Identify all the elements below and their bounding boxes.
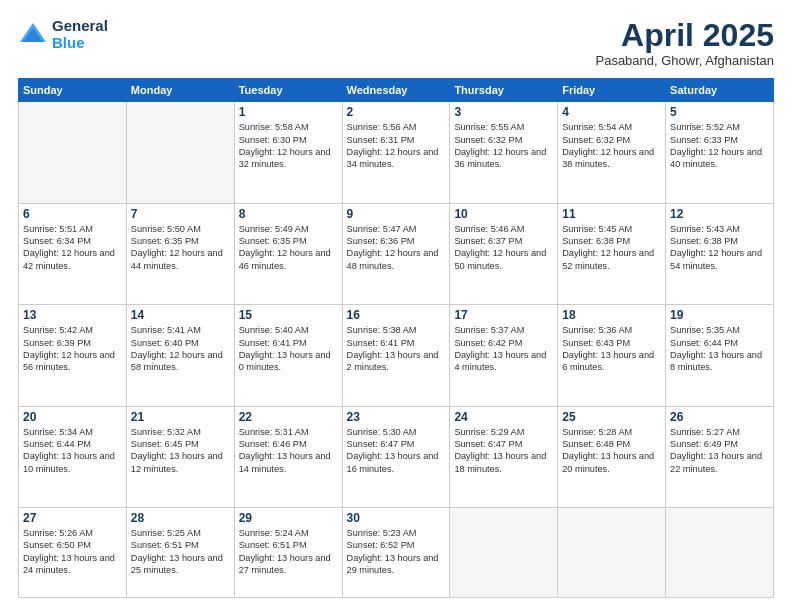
day-number: 11	[562, 207, 661, 221]
calendar-header-sunday: Sunday	[19, 79, 127, 102]
calendar-cell: 25Sunrise: 5:28 AMSunset: 6:48 PMDayligh…	[558, 406, 666, 507]
calendar-cell: 29Sunrise: 5:24 AMSunset: 6:51 PMDayligh…	[234, 508, 342, 598]
cell-details: Sunrise: 5:41 AMSunset: 6:40 PMDaylight:…	[131, 324, 230, 374]
calendar-cell: 10Sunrise: 5:46 AMSunset: 6:37 PMDayligh…	[450, 203, 558, 304]
day-number: 1	[239, 105, 338, 119]
logo-text: General Blue	[52, 18, 108, 51]
calendar-week-row: 6Sunrise: 5:51 AMSunset: 6:34 PMDaylight…	[19, 203, 774, 304]
logo-general: General	[52, 18, 108, 35]
cell-details: Sunrise: 5:55 AMSunset: 6:32 PMDaylight:…	[454, 121, 553, 171]
calendar-header-wednesday: Wednesday	[342, 79, 450, 102]
calendar-cell	[666, 508, 774, 598]
day-number: 13	[23, 308, 122, 322]
day-number: 23	[347, 410, 446, 424]
day-number: 28	[131, 511, 230, 525]
calendar-cell: 6Sunrise: 5:51 AMSunset: 6:34 PMDaylight…	[19, 203, 127, 304]
calendar-cell: 3Sunrise: 5:55 AMSunset: 6:32 PMDaylight…	[450, 102, 558, 203]
calendar-header-row: SundayMondayTuesdayWednesdayThursdayFrid…	[19, 79, 774, 102]
day-number: 8	[239, 207, 338, 221]
day-number: 15	[239, 308, 338, 322]
day-number: 14	[131, 308, 230, 322]
day-number: 9	[347, 207, 446, 221]
calendar-header-friday: Friday	[558, 79, 666, 102]
calendar-week-row: 13Sunrise: 5:42 AMSunset: 6:39 PMDayligh…	[19, 305, 774, 406]
cell-details: Sunrise: 5:36 AMSunset: 6:43 PMDaylight:…	[562, 324, 661, 374]
calendar-cell: 17Sunrise: 5:37 AMSunset: 6:42 PMDayligh…	[450, 305, 558, 406]
day-number: 16	[347, 308, 446, 322]
cell-details: Sunrise: 5:25 AMSunset: 6:51 PMDaylight:…	[131, 527, 230, 577]
calendar-cell: 14Sunrise: 5:41 AMSunset: 6:40 PMDayligh…	[126, 305, 234, 406]
calendar-header-thursday: Thursday	[450, 79, 558, 102]
logo: General Blue	[18, 18, 108, 51]
calendar-cell: 13Sunrise: 5:42 AMSunset: 6:39 PMDayligh…	[19, 305, 127, 406]
calendar-table: SundayMondayTuesdayWednesdayThursdayFrid…	[18, 78, 774, 598]
calendar-cell: 26Sunrise: 5:27 AMSunset: 6:49 PMDayligh…	[666, 406, 774, 507]
cell-details: Sunrise: 5:31 AMSunset: 6:46 PMDaylight:…	[239, 426, 338, 476]
calendar-cell: 22Sunrise: 5:31 AMSunset: 6:46 PMDayligh…	[234, 406, 342, 507]
calendar-cell: 2Sunrise: 5:56 AMSunset: 6:31 PMDaylight…	[342, 102, 450, 203]
day-number: 4	[562, 105, 661, 119]
month-title: April 2025	[595, 18, 774, 53]
cell-details: Sunrise: 5:37 AMSunset: 6:42 PMDaylight:…	[454, 324, 553, 374]
day-number: 20	[23, 410, 122, 424]
day-number: 17	[454, 308, 553, 322]
calendar-cell: 8Sunrise: 5:49 AMSunset: 6:35 PMDaylight…	[234, 203, 342, 304]
day-number: 22	[239, 410, 338, 424]
day-number: 25	[562, 410, 661, 424]
calendar-header-saturday: Saturday	[666, 79, 774, 102]
logo-blue: Blue	[52, 35, 108, 52]
title-block: April 2025 Pasaband, Ghowr, Afghanistan	[595, 18, 774, 68]
location: Pasaband, Ghowr, Afghanistan	[595, 53, 774, 68]
calendar-cell: 5Sunrise: 5:52 AMSunset: 6:33 PMDaylight…	[666, 102, 774, 203]
cell-details: Sunrise: 5:40 AMSunset: 6:41 PMDaylight:…	[239, 324, 338, 374]
calendar-cell: 4Sunrise: 5:54 AMSunset: 6:32 PMDaylight…	[558, 102, 666, 203]
cell-details: Sunrise: 5:24 AMSunset: 6:51 PMDaylight:…	[239, 527, 338, 577]
calendar-cell: 9Sunrise: 5:47 AMSunset: 6:36 PMDaylight…	[342, 203, 450, 304]
logo-icon	[18, 20, 48, 50]
cell-details: Sunrise: 5:45 AMSunset: 6:38 PMDaylight:…	[562, 223, 661, 273]
day-number: 6	[23, 207, 122, 221]
calendar-cell: 20Sunrise: 5:34 AMSunset: 6:44 PMDayligh…	[19, 406, 127, 507]
calendar-week-row: 27Sunrise: 5:26 AMSunset: 6:50 PMDayligh…	[19, 508, 774, 598]
cell-details: Sunrise: 5:35 AMSunset: 6:44 PMDaylight:…	[670, 324, 769, 374]
cell-details: Sunrise: 5:43 AMSunset: 6:38 PMDaylight:…	[670, 223, 769, 273]
cell-details: Sunrise: 5:34 AMSunset: 6:44 PMDaylight:…	[23, 426, 122, 476]
cell-details: Sunrise: 5:54 AMSunset: 6:32 PMDaylight:…	[562, 121, 661, 171]
calendar-header-monday: Monday	[126, 79, 234, 102]
header: General Blue April 2025 Pasaband, Ghowr,…	[18, 18, 774, 68]
calendar-cell	[558, 508, 666, 598]
calendar-week-row: 20Sunrise: 5:34 AMSunset: 6:44 PMDayligh…	[19, 406, 774, 507]
cell-details: Sunrise: 5:38 AMSunset: 6:41 PMDaylight:…	[347, 324, 446, 374]
calendar-cell: 24Sunrise: 5:29 AMSunset: 6:47 PMDayligh…	[450, 406, 558, 507]
cell-details: Sunrise: 5:42 AMSunset: 6:39 PMDaylight:…	[23, 324, 122, 374]
cell-details: Sunrise: 5:58 AMSunset: 6:30 PMDaylight:…	[239, 121, 338, 171]
calendar-cell: 19Sunrise: 5:35 AMSunset: 6:44 PMDayligh…	[666, 305, 774, 406]
day-number: 18	[562, 308, 661, 322]
calendar-cell: 15Sunrise: 5:40 AMSunset: 6:41 PMDayligh…	[234, 305, 342, 406]
day-number: 26	[670, 410, 769, 424]
calendar-cell: 16Sunrise: 5:38 AMSunset: 6:41 PMDayligh…	[342, 305, 450, 406]
day-number: 10	[454, 207, 553, 221]
day-number: 5	[670, 105, 769, 119]
day-number: 27	[23, 511, 122, 525]
day-number: 24	[454, 410, 553, 424]
page: General Blue April 2025 Pasaband, Ghowr,…	[0, 0, 792, 612]
calendar-week-row: 1Sunrise: 5:58 AMSunset: 6:30 PMDaylight…	[19, 102, 774, 203]
cell-details: Sunrise: 5:27 AMSunset: 6:49 PMDaylight:…	[670, 426, 769, 476]
calendar-cell: 1Sunrise: 5:58 AMSunset: 6:30 PMDaylight…	[234, 102, 342, 203]
cell-details: Sunrise: 5:51 AMSunset: 6:34 PMDaylight:…	[23, 223, 122, 273]
day-number: 12	[670, 207, 769, 221]
cell-details: Sunrise: 5:52 AMSunset: 6:33 PMDaylight:…	[670, 121, 769, 171]
day-number: 19	[670, 308, 769, 322]
cell-details: Sunrise: 5:46 AMSunset: 6:37 PMDaylight:…	[454, 223, 553, 273]
cell-details: Sunrise: 5:29 AMSunset: 6:47 PMDaylight:…	[454, 426, 553, 476]
calendar-cell: 23Sunrise: 5:30 AMSunset: 6:47 PMDayligh…	[342, 406, 450, 507]
calendar-header-tuesday: Tuesday	[234, 79, 342, 102]
calendar-cell	[450, 508, 558, 598]
calendar-cell: 7Sunrise: 5:50 AMSunset: 6:35 PMDaylight…	[126, 203, 234, 304]
day-number: 29	[239, 511, 338, 525]
cell-details: Sunrise: 5:30 AMSunset: 6:47 PMDaylight:…	[347, 426, 446, 476]
cell-details: Sunrise: 5:28 AMSunset: 6:48 PMDaylight:…	[562, 426, 661, 476]
calendar-cell: 11Sunrise: 5:45 AMSunset: 6:38 PMDayligh…	[558, 203, 666, 304]
cell-details: Sunrise: 5:23 AMSunset: 6:52 PMDaylight:…	[347, 527, 446, 577]
